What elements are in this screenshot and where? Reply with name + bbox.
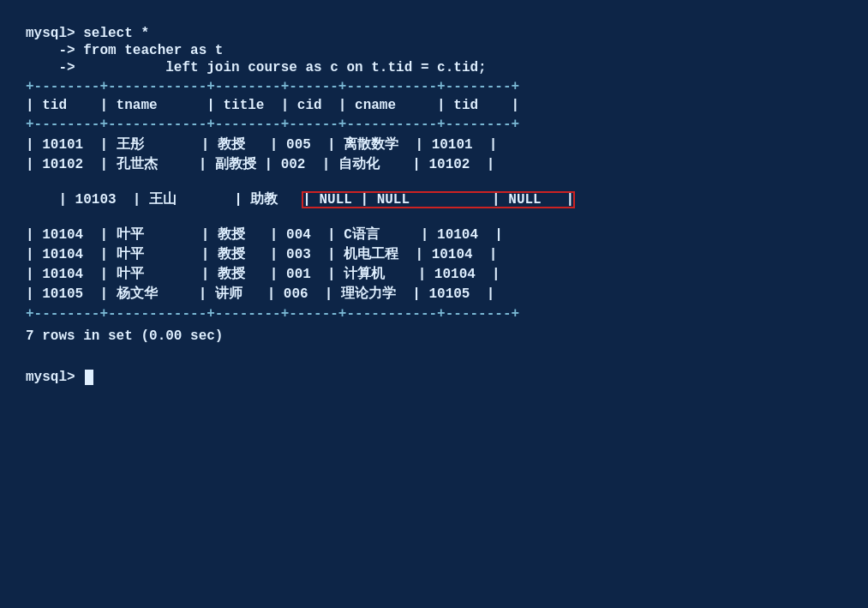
table-divider-top: +--------+------------+--------+------+-… bbox=[26, 79, 842, 94]
query-line-1: mysql> select * bbox=[26, 26, 842, 41]
query-line-2: -> from teacher as t bbox=[26, 43, 842, 58]
table-row: | 10102 | 孔世杰 | 副教授 | 002 | 自动化 | 10102 … bbox=[26, 155, 842, 173]
terminal-window: mysql> select * -> from teacher as t -> … bbox=[26, 26, 842, 582]
cursor bbox=[85, 370, 93, 385]
null-row-prefix: | 10103 | 王山 | 助教 bbox=[58, 192, 302, 208]
table-row: | 10105 | 杨文华 | 讲师 | 006 | 理论力学 | 10105 … bbox=[26, 285, 842, 303]
null-highlighted-segment: | NULL | NULL | NULL | bbox=[302, 192, 574, 208]
table-divider-bottom: +--------+------------+--------+------+-… bbox=[26, 306, 842, 322]
table-row: | 10101 | 王彤 | 教授 | 005 | 离散数学 | 10101 | bbox=[26, 135, 842, 154]
table-row: | 10104 | 叶平 | 教授 | 001 | 计算机 | 10104 | bbox=[26, 265, 842, 283]
table-header: | tid | tname | title | cid | cname | ti… bbox=[26, 98, 842, 113]
table-divider-header: +--------+------------+--------+------+-… bbox=[26, 117, 842, 132]
query-line-3: -> left join course as c on t.tid = c.ti… bbox=[26, 60, 842, 75]
result-summary: 7 rows in set (0.00 sec) bbox=[26, 328, 842, 344]
table-row: | 10104 | 叶平 | 教授 | 004 | C语言 | 10104 | bbox=[26, 226, 842, 244]
null-table-row: | 10103 | 王山 | 助教 | NULL | NULL | NULL | bbox=[26, 175, 842, 224]
table-row: | 10104 | 叶平 | 教授 | 003 | 机电工程 | 10104 | bbox=[26, 245, 842, 263]
prompt-label: mysql> bbox=[26, 370, 83, 385]
cursor-prompt-line: mysql> bbox=[26, 370, 842, 385]
